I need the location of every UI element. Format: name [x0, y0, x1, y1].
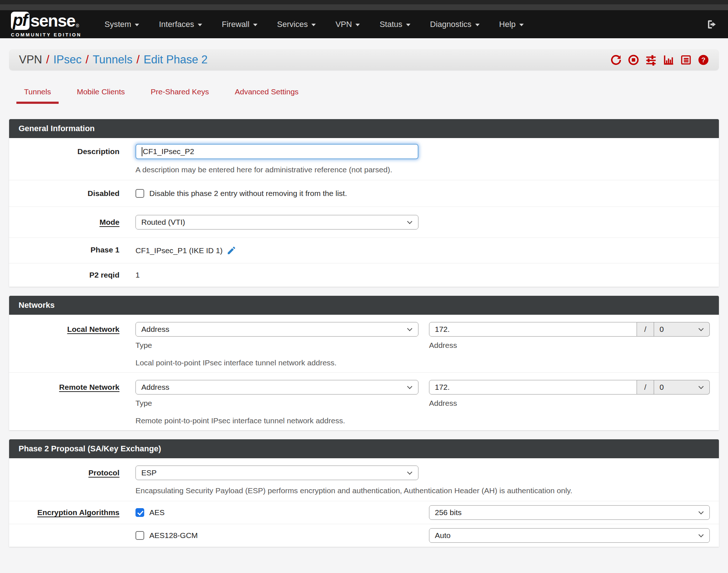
remote-prefix-select[interactable]: 0 [654, 380, 710, 395]
log-icon[interactable] [680, 54, 692, 66]
address-value: 172. [435, 383, 450, 392]
related-settings-icon[interactable] [645, 54, 657, 66]
field-label-text: Mode [99, 218, 119, 226]
network-controls: Address Type 172. / 0 [135, 380, 710, 408]
field-label-text: Remote Network [59, 383, 119, 391]
breadcrumb-section: VPN [19, 53, 42, 66]
pfsense-logo-sense: sense [30, 11, 75, 31]
section-title: Phase 2 Proposal (SA/Key Exchange) [9, 439, 719, 458]
pfsense-logo-wordmark: pf sense ® [11, 11, 82, 31]
nav-item-diagnostics[interactable]: Diagnostics [420, 20, 489, 29]
breadcrumb: VPN / IPsec / Tunnels / Edit Phase 2 ? [9, 49, 719, 70]
network-controls: Address Type 172. / 0 [135, 322, 710, 350]
tab-tunnels[interactable]: Tunnels [16, 87, 59, 104]
registered-mark: ® [76, 23, 79, 28]
description-input[interactable]: CF1_IPsec_P2 [135, 144, 418, 159]
aes128-gcm-key-length-select[interactable]: Auto [429, 528, 710, 543]
encryption-aes128gcm-row: AES128-GCM Auto [9, 524, 719, 547]
field-content: CF1_IPsec_P1 (IKE ID 1) [135, 246, 719, 255]
nav-item-system[interactable]: System [95, 20, 149, 29]
disabled-checkbox[interactable] [135, 189, 144, 198]
remote-network-row: Remote Network Address Type 172. [9, 373, 719, 430]
field-label: Description [9, 144, 135, 174]
section-title: General Information [9, 119, 719, 138]
chevron-down-icon [407, 470, 412, 475]
local-prefix-select[interactable]: 0 [654, 322, 710, 337]
nav-item-status[interactable]: Status [370, 20, 420, 29]
field-label-text: Encryption Algorithms [37, 508, 119, 517]
pfsense-logo-pf: pf [11, 12, 29, 30]
prefix-separator: / [637, 380, 654, 395]
restart-service-icon[interactable] [610, 54, 622, 66]
remote-network-type-select[interactable]: Address [135, 380, 418, 395]
field-content: ESP Encapsulating Security Payload (ESP)… [135, 466, 719, 495]
protocol-row: Protocol ESP Encapsulating Security Payl… [9, 458, 719, 501]
stop-service-icon[interactable] [628, 54, 639, 66]
nav-item-label: Status [379, 20, 402, 29]
protocol-select[interactable]: ESP [135, 466, 418, 480]
field-label: Encryption Algorithms [9, 508, 135, 517]
key-length-value: Auto [435, 531, 450, 540]
network-type-group: Address Type [135, 322, 418, 350]
status-graph-icon[interactable] [663, 54, 674, 66]
breadcrumb-separator: / [42, 53, 54, 66]
help-icon[interactable]: ? [698, 54, 709, 66]
field-label: Protocol [9, 466, 135, 495]
network-address-group: 172. / 0 Address [429, 322, 710, 350]
field-help-text: Remote point-to-point IPsec interface tu… [135, 416, 710, 425]
p2-reqid-value: 1 [135, 271, 719, 279]
remote-address-input[interactable]: 172. [429, 380, 637, 395]
nav-item-services[interactable]: Services [267, 20, 326, 29]
caret-down-icon [475, 24, 480, 26]
breadcrumb-link-tunnels[interactable]: Tunnels [93, 53, 133, 66]
prefix-separator: / [637, 322, 654, 337]
sign-out-icon[interactable] [706, 19, 717, 30]
nav-item-label: VPN [335, 20, 352, 29]
pfsense-logo[interactable]: pf sense ® COMMUNITY EDITION [11, 11, 82, 38]
chevron-down-icon [699, 384, 704, 389]
nav-item-label: System [105, 20, 131, 29]
field-label: Phase 1 [9, 246, 135, 255]
field-content: CF1_IPsec_P2 A description may be entere… [135, 144, 719, 174]
text-cursor [142, 147, 142, 156]
encryption-aes-row: Encryption Algorithms AES 256 bits [9, 501, 719, 524]
tab-advanced-settings[interactable]: Advanced Settings [227, 87, 306, 104]
algorithm-name: AES128-GCM [149, 531, 198, 540]
nav-item-help[interactable]: Help [489, 20, 534, 29]
field-label: Local Network [9, 322, 135, 367]
tab-pre-shared-keys[interactable]: Pre-Shared Keys [143, 87, 217, 104]
field-content: Address Type 172. / 0 [135, 380, 719, 425]
aes-key-length-select[interactable]: 256 bits [429, 505, 710, 520]
address-input-group: 172. / 0 [429, 322, 710, 337]
chevron-down-icon [407, 384, 412, 389]
tab-mobile-clients[interactable]: Mobile Clients [69, 87, 133, 104]
address-caption: Address [429, 341, 710, 350]
caret-down-icon [253, 24, 257, 26]
p2-reqid-row: P2 reqid 1 [9, 263, 719, 287]
field-content: AES 256 bits [135, 505, 719, 520]
network-type-group: Address Type [135, 380, 418, 408]
nav-item-label: Firewall [222, 20, 249, 29]
section-title: Networks [9, 296, 719, 315]
aes-checkbox[interactable] [135, 508, 144, 517]
prefix-value: 0 [660, 383, 664, 392]
community-edition-tagline: COMMUNITY EDITION [11, 32, 82, 38]
nav-item-vpn[interactable]: VPN [326, 20, 370, 29]
top-navbar: pf sense ® COMMUNITY EDITION System Inte… [0, 10, 728, 38]
checkbox-label: Disable this phase 2 entry without remov… [149, 189, 347, 198]
nav-item-label: Diagnostics [430, 20, 472, 29]
breadcrumb-link-ipsec[interactable]: IPsec [53, 53, 82, 66]
nav-item-interfaces[interactable]: Interfaces [149, 20, 212, 29]
caret-down-icon [406, 24, 410, 26]
aes128-gcm-checkbox[interactable] [135, 531, 144, 540]
field-label: Remote Network [9, 380, 135, 425]
nav-item-label: Help [499, 20, 516, 29]
type-value: Address [141, 383, 169, 392]
breadcrumb-link-edit-phase-2[interactable]: Edit Phase 2 [143, 53, 208, 66]
protocol-value: ESP [141, 468, 157, 477]
local-network-type-select[interactable]: Address [135, 322, 418, 337]
edit-pencil-icon[interactable] [227, 246, 236, 255]
local-address-input[interactable]: 172. [429, 322, 637, 337]
mode-select[interactable]: Routed (VTI) [135, 215, 418, 229]
nav-item-firewall[interactable]: Firewall [212, 20, 267, 29]
